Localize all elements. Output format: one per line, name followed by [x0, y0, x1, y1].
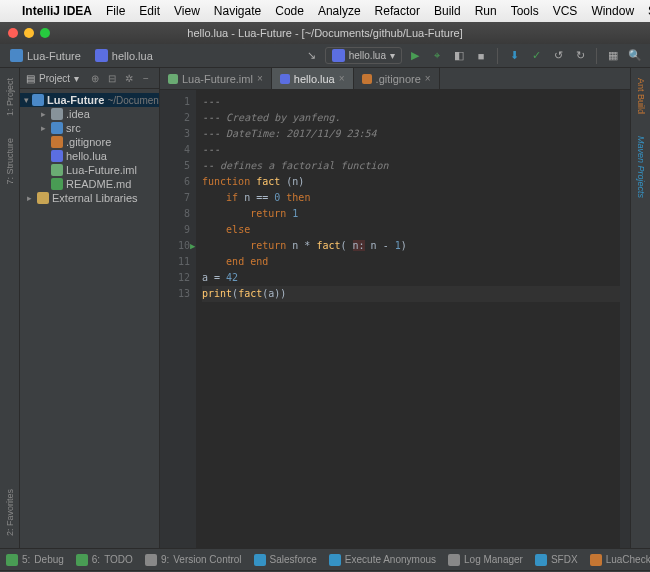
line-number[interactable]: 9 [160, 222, 190, 238]
run-config-selector[interactable]: hello.lua ▾ [325, 47, 402, 64]
line-number[interactable]: 7 [160, 190, 190, 206]
code-line[interactable]: ▶ return n * fact( n: n - 1) [202, 238, 624, 254]
tree-item[interactable]: README.md [20, 177, 159, 191]
zoom-window-button[interactable] [40, 28, 50, 38]
tree-item[interactable]: hello.lua [20, 149, 159, 163]
code-editor[interactable]: ------ Created by yanfeng.--- DateTime: … [196, 90, 630, 548]
code-line[interactable]: a = 42 [202, 270, 624, 286]
expand-icon[interactable]: ▸ [38, 109, 48, 119]
line-number[interactable]: 2 [160, 110, 190, 126]
bottom-tool-button[interactable]: LuaCheck [590, 554, 650, 566]
bottom-tool-button[interactable]: 5:Debug [6, 554, 64, 566]
vcs-update-button[interactable]: ⬇ [505, 47, 523, 65]
line-number[interactable]: 5 [160, 158, 190, 174]
line-number[interactable]: 10 [160, 238, 190, 254]
menu-run[interactable]: Run [475, 4, 497, 18]
vcs-revert-button[interactable]: ↻ [571, 47, 589, 65]
editor-tab[interactable]: Lua-Future.iml× [160, 68, 272, 89]
tool-label: Version Control [173, 554, 241, 565]
bottom-tool-button[interactable]: 9:Version Control [145, 554, 242, 566]
menu-navigate[interactable]: Navigate [214, 4, 261, 18]
bottom-tool-button[interactable]: 6:TODO [76, 554, 133, 566]
editor-tab[interactable]: hello.lua× [272, 68, 354, 89]
code-line[interactable]: function fact (n) [202, 174, 624, 190]
bottom-tool-button[interactable]: SFDX [535, 554, 578, 566]
line-number[interactable]: 4 [160, 142, 190, 158]
editor-body[interactable]: 12345678910111213 ------ Created by yanf… [160, 90, 630, 548]
run-coverage-button[interactable]: ◧ [450, 47, 468, 65]
line-number[interactable]: 11 [160, 254, 190, 270]
close-tab-icon[interactable]: × [425, 73, 431, 84]
menu-file[interactable]: File [106, 4, 125, 18]
build-button[interactable]: ↘ [303, 47, 321, 65]
code-line[interactable]: return 1 [202, 206, 624, 222]
error-stripe[interactable] [620, 90, 630, 548]
hide-panel-button[interactable]: − [139, 71, 153, 85]
tool-tab-project[interactable]: 1: Project [4, 74, 16, 120]
tree-item[interactable]: ▸.idea [20, 107, 159, 121]
breadcrumb-file[interactable]: hello.lua [91, 48, 157, 63]
menu-window[interactable]: Window [591, 4, 634, 18]
tool-tab-favorites[interactable]: 2: Favorites [4, 485, 16, 540]
menu-tools[interactable]: Tools [511, 4, 539, 18]
menu-analyze[interactable]: Analyze [318, 4, 361, 18]
line-number[interactable]: 1 [160, 94, 190, 110]
tree-item[interactable]: .gitignore [20, 135, 159, 149]
bottom-tool-button[interactable]: Log Manager [448, 554, 523, 566]
code-line[interactable]: --- DateTime: 2017/11/9 23:54 [202, 126, 624, 142]
close-tab-icon[interactable]: × [257, 73, 263, 84]
tree-item[interactable]: ▸src [20, 121, 159, 135]
tree-root[interactable]: ▾ Lua-Future ~/Documents/… [20, 93, 159, 107]
menu-refactor[interactable]: Refactor [375, 4, 420, 18]
minimize-window-button[interactable] [24, 28, 34, 38]
line-number[interactable]: 8 [160, 206, 190, 222]
code-line[interactable]: if n == 0 then [202, 190, 624, 206]
line-number[interactable]: 12 [160, 270, 190, 286]
bottom-tool-button[interactable]: Execute Anonymous [329, 554, 436, 566]
expand-icon[interactable]: ▸ [24, 193, 34, 203]
debug-button[interactable]: ⌖ [428, 47, 446, 65]
expand-icon[interactable]: ▾ [24, 95, 29, 105]
search-everywhere-button[interactable]: 🔍 [626, 47, 644, 65]
tool-tab-maven[interactable]: Maven Projects [635, 132, 647, 202]
menu-edit[interactable]: Edit [139, 4, 160, 18]
close-window-button[interactable] [8, 28, 18, 38]
code-line[interactable]: else [202, 222, 624, 238]
line-number[interactable]: 13 [160, 286, 190, 302]
vcs-history-button[interactable]: ↺ [549, 47, 567, 65]
code-line[interactable]: --- [202, 142, 624, 158]
tool-tab-ant[interactable]: Ant Build [635, 74, 647, 118]
menu-code[interactable]: Code [275, 4, 304, 18]
stop-button[interactable]: ■ [472, 47, 490, 65]
tool-label: Debug [34, 554, 63, 565]
project-structure-button[interactable]: ▦ [604, 47, 622, 65]
line-number[interactable]: 6 [160, 174, 190, 190]
breadcrumb-root[interactable]: Lua-Future [6, 48, 85, 63]
bottom-tool-button[interactable]: Salesforce [254, 554, 317, 566]
tree-external-libraries[interactable]: ▸ External Libraries [20, 191, 159, 205]
menu-vcs[interactable]: VCS [553, 4, 578, 18]
panel-settings-button[interactable]: ✲ [122, 71, 136, 85]
collapse-all-button[interactable]: ⊟ [105, 71, 119, 85]
code-line[interactable]: -- defines a factorial function [202, 158, 624, 174]
run-gutter-icon[interactable]: ▶ [190, 238, 195, 254]
code-line[interactable]: --- [202, 94, 624, 110]
editor-tab[interactable]: .gitignore× [354, 68, 440, 89]
code-line[interactable]: print(fact(a)) [202, 286, 624, 302]
tree-item[interactable]: Lua-Future.iml [20, 163, 159, 177]
code-line[interactable]: end end [202, 254, 624, 270]
close-tab-icon[interactable]: × [339, 73, 345, 84]
app-name[interactable]: IntelliJ IDEA [22, 4, 92, 18]
menu-build[interactable]: Build [434, 4, 461, 18]
file-icon [362, 74, 372, 84]
menu-view[interactable]: View [174, 4, 200, 18]
line-number[interactable]: 3 [160, 126, 190, 142]
expand-icon[interactable]: ▸ [38, 123, 48, 133]
vcs-commit-button[interactable]: ✓ [527, 47, 545, 65]
tool-tab-structure[interactable]: 7: Structure [4, 134, 16, 189]
chevron-down-icon[interactable]: ▾ [74, 73, 79, 84]
scroll-from-source-button[interactable]: ⊕ [88, 71, 102, 85]
code-line[interactable]: --- Created by yanfeng. [202, 110, 624, 126]
line-number-gutter[interactable]: 12345678910111213 [160, 90, 196, 548]
run-button[interactable]: ▶ [406, 47, 424, 65]
